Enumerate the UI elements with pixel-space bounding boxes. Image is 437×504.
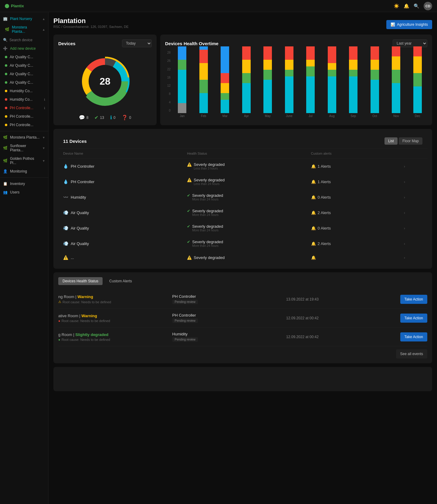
sidebar-project-selector[interactable]: 🏢 Plant Nursery ▲ [0,15,48,23]
row-chevron-icon[interactable]: › [404,255,422,260]
tab-custom-alerts[interactable]: Custom Alerts [105,277,136,285]
sidebar-nav-pothos[interactable]: 🌿 Golden Pothos Pl... ▼ [0,154,48,167]
devices-table-header: 11 Devices List Floor Map [58,134,427,149]
insights-label: Agriculture Insights [397,22,428,27]
table-row[interactable]: 💧 PH Controller ⚠️ Severly degraded Less… [58,159,427,174]
event-location: ative Room | Warning [58,314,169,318]
bar-segment [221,100,229,113]
bar-label: Apr [244,114,249,118]
insights-button[interactable]: 📊 Agriculture Insights [386,20,432,29]
sidebar-nav-monitoring[interactable]: 👤 Monitoring [0,167,48,176]
sidebar-device-item-3[interactable]: Air Quality C... [0,78,48,87]
table-body: 💧 PH Controller ⚠️ Severly degraded Less… [58,159,427,264]
table-row[interactable]: 💧 PH Controller ⚠️ Severly degraded Less… [58,174,427,190]
event-row: ng Room | Warning ⚠ Root cause: Needs to… [58,290,427,309]
search-icon[interactable]: 🔍 [414,3,419,9]
bar-segment [328,70,336,76]
sidebar-device-item-2[interactable]: Air Quality C... [0,70,48,78]
bar-label: Aug [329,114,335,118]
sidebar-add-device[interactable]: ➕ Add new device [0,44,48,53]
row-chevron-icon[interactable]: › [404,210,422,215]
bar-segment [242,60,251,73]
bar-segment [413,86,422,113]
project-chevron-icon: ▲ [42,17,45,21]
bell-icon[interactable]: 🔔 [404,3,409,9]
severity-ok-icon: ✔ [187,240,190,244]
bar-group: June [279,46,299,118]
bar-group: Apr [237,46,256,118]
health-time: More than 24 hours [192,229,223,232]
health-label: Severly degraded [192,224,223,229]
tab-devices-health[interactable]: Devices Health Status [58,277,103,285]
health-status-cell: ✔ Severly degraded More than 24 hours [187,224,311,232]
device-type-icon: 💨 [63,226,68,230]
sidebar-nav-users[interactable]: 👥 Users [0,188,48,197]
bar-segment [221,83,229,93]
see-all-events-button[interactable]: See all events [396,349,427,358]
legend-error: 💬 8 [79,115,89,120]
sidebar-nav-sunflower[interactable]: 🌿 Sunflower Planta... ▼ [0,142,48,154]
take-action-button[interactable]: Take Action [400,295,427,304]
floor-map-button[interactable]: Floor Map [399,137,422,145]
location-text: ng Room [58,294,74,299]
sidebar-device-item-1[interactable]: Air Quality C... [0,61,48,70]
sidebar-device-item-0[interactable]: Air Quality C... [0,53,48,61]
sidebar-active-plant[interactable]: 🌿 Monstera Planta... ▲ [0,23,48,36]
sidebar-nav-monstera[interactable]: 🌿 Monstera Planta... ▼ [0,133,48,142]
bar-group: Oct [365,46,385,118]
device-status-dot [5,124,7,126]
sidebar-device-item-6[interactable]: PH Controlle... ℹ [0,104,48,112]
severity-label: Warning [77,294,93,299]
bell-icon: 🔔 [311,226,316,230]
sidebar-device-item-8[interactable]: PH Controlle... [0,121,48,129]
event-device-group: PH Controller Pending review [172,294,283,304]
row-chevron-icon[interactable]: › [404,226,422,230]
health-status-info: Severly degraded Less than 24 hours [194,178,225,186]
table-row[interactable]: 💨 Air Quality ✔ Severly degraded More th… [58,205,427,220]
take-action-button[interactable]: Take Action [400,332,427,341]
severity-ok-icon: ✔ [187,209,190,213]
device-status-dot [5,98,7,101]
inventory-label: Inventory [10,182,25,186]
bar-segment [328,76,336,113]
table-row[interactable]: 💨 Air Quality ✔ Severly degraded More th… [58,236,427,251]
info-icon: ℹ [44,106,45,110]
cause-text: Root cause: Needs to be defined [63,300,111,304]
severity-warning-icon: ⚠️ [187,178,192,182]
table-row[interactable]: 〰️ Humidity ✔ Severly degraded More than… [58,190,427,205]
donut-period-selector[interactable]: Today This week This month [122,39,152,47]
legend-inactive: ❓ 0 [122,115,131,120]
row-chevron-icon[interactable]: › [404,164,422,169]
sidebar-device-item-5[interactable]: Humidity Co... ℹ [0,95,48,104]
bar-segment [306,76,315,113]
bar-segment [349,46,357,60]
bar-segment [199,46,208,50]
search-icon: 🔍 [3,38,8,42]
table-row[interactable]: 💨 Air Quality ✔ Severly degraded More th… [58,220,427,236]
health-label: Severly degraded [192,193,223,198]
table-row[interactable]: ⚠️ ... ⚠️ Severly degraded 🔔 › [58,251,427,264]
sidebar: 🏢 Plant Nursery ▲ 🌿 Monstera Planta... ▲… [0,12,49,504]
list-view-button[interactable]: List [384,137,398,145]
chart-container: 28 26 22 16 12 8 4 0 JanFebMarAprMayJune… [165,51,427,118]
device-status-dot [5,64,7,67]
bar-chart: JanFebMarAprMayJuneJulAugSepOctNovDec [172,51,427,118]
device-type-icon: 💨 [63,210,68,215]
bar-segment [178,60,186,70]
user-avatar[interactable]: CD [424,2,432,10]
sidebar-search[interactable]: 🔍 Search device [0,36,48,44]
row-chevron-icon[interactable]: › [404,241,422,246]
alerts-cell: 🔔 1 Alerts [311,180,404,184]
health-chart-card: Devices Health Overtime Last year Last 6… [160,35,432,125]
donut-wrapper: 28 [78,54,132,109]
row-chevron-icon[interactable]: › [404,180,422,184]
sun-icon[interactable]: ☀️ [394,3,399,9]
stats-row: Devices Today This week This month [53,35,432,125]
bar-segment [413,46,422,56]
sidebar-device-item-7[interactable]: PH Controlle... [0,112,48,121]
sidebar-nav-inventory[interactable]: 📋 Inventory [0,180,48,188]
bar-segment [328,63,336,70]
row-chevron-icon[interactable]: › [404,195,422,200]
sidebar-device-item-4[interactable]: Humidity Co... [0,87,48,95]
take-action-button[interactable]: Take Action [400,314,427,323]
